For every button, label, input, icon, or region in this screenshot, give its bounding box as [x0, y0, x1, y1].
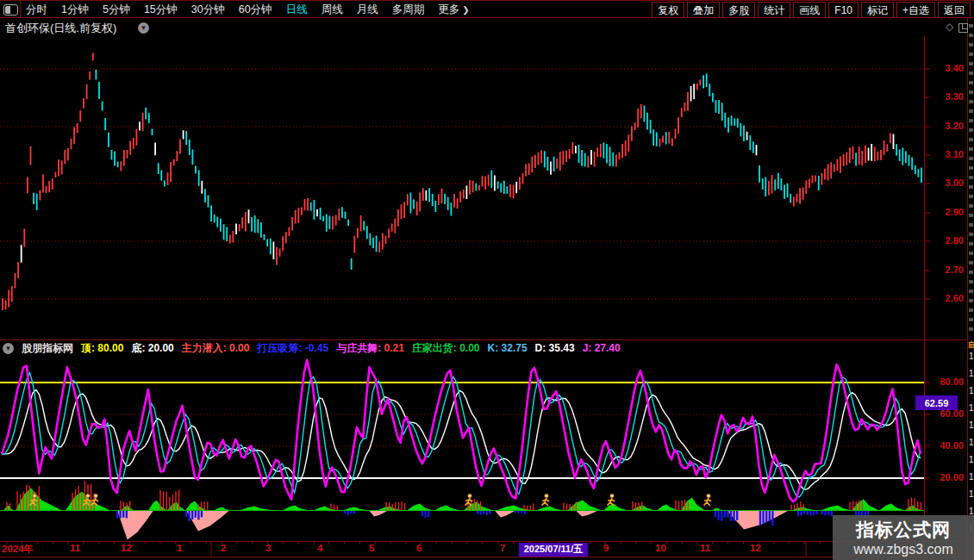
window-panel-icon[interactable] [3, 4, 18, 16]
momentum-area-positive [148, 501, 167, 511]
selected-date-tag: 2025/07/11/五 [519, 543, 588, 557]
inflow-area-negative [495, 511, 515, 518]
blue-bar [521, 511, 522, 513]
blue-bar [827, 511, 829, 515]
period-menu: 分时1分钟5分钟15分钟30分钟60分钟日线周线月线多周期更多❯ [26, 1, 470, 18]
watermark-url: www.zbgs3.com [833, 542, 974, 557]
momentum-area-positive [240, 507, 274, 511]
date-axis-label: 5 [369, 543, 374, 553]
trading-app-window: 分时1分钟5分钟15分钟30分钟60分钟日线周线月线多周期更多❯ 复权叠加多股统… [0, 0, 974, 560]
stock-title: 首创环保(日线.前复权) [5, 21, 116, 36]
indicator-header: ▾ 股朋指标网顶: 80.00底: 20.00主力潜入: 0.00打压吸筹: -… [3, 341, 621, 355]
blue-bar [486, 511, 488, 515]
blue-bar [815, 511, 817, 514]
menu-item-7[interactable]: 周线 [322, 3, 343, 17]
momentum-area-positive [185, 501, 207, 511]
toolbar-button-3[interactable]: 统计 [758, 2, 790, 18]
indicator-chevron-down-icon[interactable]: ▾ [3, 343, 14, 354]
indicator-param-1: 顶: 80.00 [81, 341, 123, 356]
blue-bar [483, 511, 484, 514]
right-cutoff-panel: 自 11111111111 [967, 0, 974, 560]
blue-bar [724, 511, 726, 518]
menu-item-9[interactable]: 多周期 [392, 3, 425, 17]
title-chevron-down-icon[interactable]: ▾ [138, 22, 149, 34]
blue-bar [188, 511, 190, 521]
blue-bar [201, 511, 203, 517]
toolbar-button-0[interactable]: 复权 [652, 2, 684, 18]
toolbar-button-2[interactable]: 多股 [722, 2, 755, 18]
blue-bar [736, 511, 738, 520]
momentum-area-positive [434, 506, 460, 511]
blue-bar [807, 511, 809, 514]
momentum-area-positive [879, 504, 905, 511]
toolbar-button-8[interactable]: 返回 [938, 2, 971, 18]
blue-bar [479, 511, 481, 514]
momentum-area-positive [821, 506, 852, 511]
blue-bar [765, 511, 767, 523]
watermark-site-name: 指标公式网 [833, 518, 974, 542]
momentum-area-positive [121, 506, 134, 511]
indicator-axis-label: 20.00 [929, 472, 964, 482]
menu-item-10[interactable]: 更多❯ [438, 3, 469, 17]
menu-item-0[interactable]: 分时 [26, 3, 47, 17]
clipped-digit: 1 [969, 438, 974, 447]
menu-item-6[interactable]: 日线 [286, 3, 308, 17]
watermark: 指标公式网 www.zbgs3.com [833, 515, 974, 560]
menu-item-8[interactable]: 月线 [357, 3, 378, 17]
date-axis-label: 10 [655, 543, 666, 553]
indicator-param-0: 股朋指标网 [22, 341, 73, 356]
toolbar-button-5[interactable]: F10 [828, 2, 858, 18]
menubar-divider [20, 1, 21, 18]
price-axis-label: 3.20 [929, 121, 964, 131]
date-axis-label: 11 [700, 543, 710, 553]
blue-bar [800, 511, 802, 515]
price-axis-label: 2.60 [929, 293, 964, 303]
clipped-digit: 1 [969, 455, 974, 464]
more-arrow-icon: ❯ [462, 5, 469, 15]
momentum-area-positive [3, 506, 14, 511]
menu-item-4[interactable]: 30分钟 [191, 3, 225, 17]
diamond-icon[interactable]: ◇ [946, 21, 953, 33]
blue-bar [769, 511, 771, 521]
blue-bar [353, 511, 355, 513]
blue-bar [122, 511, 124, 518]
price-axis-label: 3.10 [929, 149, 964, 159]
toolbar-button-7[interactable]: +自选 [896, 2, 935, 18]
momentum-area-positive [603, 504, 627, 511]
blue-bar [197, 511, 199, 520]
date-axis-label: 2024年 [2, 543, 34, 556]
inflow-area-negative [727, 511, 789, 530]
blue-bar [344, 511, 346, 513]
blue-bar [350, 511, 352, 513]
blue-bar [424, 511, 426, 518]
accumulation-stripes [386, 501, 405, 510]
blue-bar [721, 511, 722, 521]
restore-window-icon[interactable] [958, 23, 968, 33]
menu-item-3[interactable]: 15分钟 [144, 3, 178, 17]
runner-signal-icon [91, 494, 98, 505]
indicator-param-6: 庄家出货: 0.00 [412, 341, 480, 356]
menu-item-2[interactable]: 5分钟 [103, 3, 130, 17]
clipped-digit: 1 [969, 472, 974, 482]
candles-up [3, 53, 890, 310]
toolbar-button-1[interactable]: 叠加 [687, 2, 720, 18]
date-axis-label: 2 [221, 543, 226, 553]
date-axis-label: 1 [177, 543, 182, 553]
menu-item-5[interactable]: 60分钟 [239, 3, 272, 17]
toolbar-button-6[interactable]: 标记 [861, 2, 894, 18]
price-axis-label: 3.40 [929, 63, 964, 73]
blue-bar [717, 511, 719, 520]
indicator-axis-label: 80.00 [929, 376, 964, 387]
momentum-area-positive [283, 506, 309, 511]
momentum-area-positive [536, 507, 564, 511]
clipped-digit: 1 [969, 352, 974, 361]
toolbar-button-4[interactable]: 画线 [793, 2, 826, 18]
blue-bar [489, 511, 490, 514]
blue-bar [715, 511, 716, 517]
blue-bar [771, 511, 773, 526]
menu-item-1[interactable]: 1分钟 [61, 3, 89, 17]
blue-bar [524, 511, 526, 514]
blue-bar [116, 511, 118, 519]
blue-bar [195, 511, 197, 518]
price-axis-label: 3.30 [929, 91, 964, 102]
